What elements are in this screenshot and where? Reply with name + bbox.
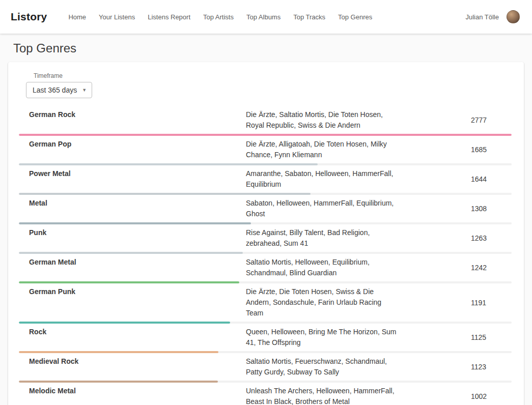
genre-artists: Die Ärzte, Die Toten Hosen, Swiss & Die …: [246, 286, 400, 319]
genre-artists-cell: Die Ärzte, Saltatio Mortis, Die Toten Ho…: [246, 109, 471, 131]
genre-count: 1685: [471, 146, 487, 154]
genre-artists: Queen, Helloween, Bring Me The Horizon, …: [246, 327, 400, 348]
nav-item-top-tracks[interactable]: Top Tracks: [293, 13, 325, 21]
genre-artists-cell: Rise Against, Billy Talent, Bad Religion…: [246, 227, 471, 249]
genre-artists-cell: Saltatio Mortis, Feuerschwanz, Schandmau…: [246, 356, 471, 378]
genre-artists-cell: Amaranthe, Sabaton, Helloween, HammerFal…: [246, 168, 471, 190]
nav-item-your-listens[interactable]: Your Listens: [99, 13, 135, 21]
page-title: Top Genres: [13, 41, 532, 55]
genre-row: Power Metal Amaranthe, Sabaton, Hellowee…: [19, 165, 512, 195]
timeframe-select[interactable]: Last 365 days ▼: [26, 82, 92, 98]
nav-item-top-artists[interactable]: Top Artists: [203, 13, 234, 21]
genre-name: German Punk: [19, 286, 246, 297]
genre-count: 1125: [471, 333, 486, 341]
genre-count: 1242: [471, 264, 487, 272]
timeframe-label: Timeframe: [34, 72, 512, 79]
genre-name: Punk: [19, 227, 246, 238]
user-avatar-icon[interactable]: [507, 10, 520, 23]
user-name: Julian Tölle: [465, 13, 499, 21]
genre-artists-cell: Saltatio Mortis, Helloween, Equilibrium,…: [246, 257, 471, 278]
genre-artists: Die Ärzte, Saltatio Mortis, Die Toten Ho…: [246, 109, 400, 131]
genre-artists-cell: Queen, Helloween, Bring Me The Horizon, …: [246, 327, 471, 348]
user-menu[interactable]: Julian Tölle: [465, 10, 520, 23]
timeframe-selected-value: Last 365 days: [33, 86, 77, 94]
genre-row: German Pop Die Ärzte, Alligatoah, Die To…: [19, 136, 512, 165]
genre-row: Melodic Metal Unleash The Archers, Hello…: [19, 383, 512, 405]
app-logo[interactable]: Listory: [11, 11, 47, 23]
genre-name: Medieval Rock: [19, 356, 246, 367]
genre-row: German Punk Die Ärzte, Die Toten Hosen, …: [19, 283, 512, 324]
genre-count: 1263: [471, 234, 487, 242]
genre-artists: Amaranthe, Sabaton, Helloween, HammerFal…: [246, 168, 400, 190]
nav-item-listens-report[interactable]: Listens Report: [148, 13, 190, 21]
genre-count: 1644: [471, 175, 487, 183]
top-genres-card: Timeframe Last 365 days ▼ German Rock Di…: [8, 62, 524, 405]
genre-name: Power Metal: [19, 168, 246, 179]
main-content: Top Genres Timeframe Last 365 days ▼ Ger…: [0, 41, 532, 405]
genre-artists: Unleash The Archers, Helloween, HammerFa…: [246, 386, 400, 405]
genre-count: 1123: [471, 363, 486, 371]
genres-table: German Rock Die Ärzte, Saltatio Mortis, …: [19, 106, 512, 405]
genre-row: German Metal Saltatio Mortis, Helloween,…: [19, 254, 512, 283]
genre-artists-cell: Sabaton, Helloween, HammerFall, Equilibr…: [246, 198, 471, 219]
genre-row: Metal Sabaton, Helloween, HammerFall, Eq…: [19, 195, 512, 224]
genre-artists-cell: Die Ärzte, Alligatoah, Die Toten Hosen, …: [246, 139, 471, 160]
genre-artists: Saltatio Mortis, Feuerschwanz, Schandmau…: [246, 356, 400, 378]
genre-artists: Rise Against, Billy Talent, Bad Religion…: [246, 227, 400, 249]
genre-artists: Saltatio Mortis, Helloween, Equilibrium,…: [246, 257, 400, 278]
genre-name: German Rock: [19, 109, 246, 120]
genre-name: German Metal: [19, 257, 246, 268]
genre-artists: Die Ärzte, Alligatoah, Die Toten Hosen, …: [246, 139, 400, 160]
genre-name: Metal: [19, 198, 246, 209]
chevron-down-icon: ▼: [82, 88, 87, 93]
nav-item-top-genres[interactable]: Top Genres: [338, 13, 372, 21]
genre-name: Melodic Metal: [19, 386, 246, 396]
genre-row: Rock Queen, Helloween, Bring Me The Hori…: [19, 324, 512, 353]
genre-artists: Sabaton, Helloween, HammerFall, Equilibr…: [246, 198, 400, 219]
genre-row: Medieval Rock Saltatio Mortis, Feuerschw…: [19, 353, 512, 383]
app-bar: Listory HomeYour ListensListens ReportTo…: [0, 0, 532, 34]
genre-count: 1191: [471, 299, 486, 307]
timeframe-block: Timeframe Last 365 days ▼: [26, 72, 512, 98]
genre-artists-cell: Unleash The Archers, Helloween, HammerFa…: [246, 386, 471, 405]
genre-name: Rock: [19, 327, 246, 337]
genre-count: 1002: [471, 392, 487, 400]
nav-item-top-albums[interactable]: Top Albums: [246, 13, 281, 21]
genre-name: German Pop: [19, 139, 246, 150]
nav-links: HomeYour ListensListens ReportTop Artist…: [68, 13, 465, 21]
genre-row: Punk Rise Against, Billy Talent, Bad Rel…: [19, 224, 512, 254]
genre-artists-cell: Die Ärzte, Die Toten Hosen, Swiss & Die …: [246, 286, 471, 319]
genre-count: 2777: [471, 116, 487, 124]
nav-item-home[interactable]: Home: [68, 13, 86, 21]
genre-row: German Rock Die Ärzte, Saltatio Mortis, …: [19, 106, 512, 136]
genre-count: 1308: [471, 205, 487, 213]
